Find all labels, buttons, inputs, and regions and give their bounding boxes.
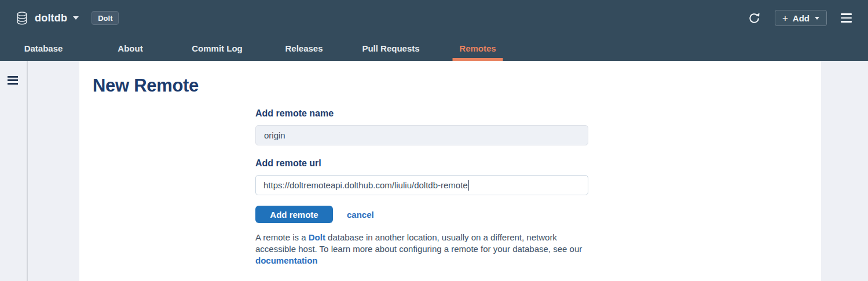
dolt-link[interactable]: Dolt [309, 232, 325, 242]
add-button-label: Add [793, 13, 810, 23]
database-icon [16, 12, 28, 25]
description-text-1: A remote is a [255, 232, 309, 242]
add-remote-button[interactable]: Add remote [255, 206, 333, 223]
page-title: New Remote [93, 75, 199, 96]
plus-icon: + [782, 13, 788, 23]
tab-about[interactable]: About [87, 36, 174, 61]
remote-name-input[interactable] [255, 125, 588, 145]
main-panel: New Remote Add remote name Add remote ur… [79, 61, 821, 281]
tab-pull-requests[interactable]: Pull Requests [347, 36, 434, 61]
refresh-icon[interactable] [748, 12, 761, 25]
tab-remotes[interactable]: Remotes [434, 36, 521, 61]
remote-url-input[interactable]: https://doltremoteapi.dolthub.com/liuliu… [255, 175, 588, 195]
repo-nav: Database About Commit Log Releases Pull … [0, 36, 868, 61]
tab-commit-log[interactable]: Commit Log [174, 36, 261, 61]
cancel-link[interactable]: cancel [347, 210, 374, 220]
remote-description: A remote is a Dolt database in another l… [255, 232, 591, 267]
add-button[interactable]: + Add [775, 10, 827, 26]
database-selector[interactable]: doltdb Dolt [16, 0, 119, 36]
tab-database[interactable]: Database [0, 36, 87, 61]
top-bar-actions: + Add [748, 0, 852, 36]
hamburger-menu-icon[interactable] [841, 13, 852, 23]
top-bar: doltdb Dolt + Add [0, 0, 868, 36]
remote-url-label: Add remote url [255, 158, 321, 169]
remote-url-value: https://doltremoteapi.dolthub.com/liuliu… [263, 180, 468, 190]
form-actions: Add remote cancel [255, 206, 374, 223]
chevron-down-icon [815, 17, 819, 20]
page: doltdb Dolt + Add Database About C [0, 0, 868, 281]
database-name[interactable]: doltdb [35, 12, 67, 24]
tab-releases[interactable]: Releases [261, 36, 347, 61]
left-rail-divider [27, 61, 28, 281]
dolt-badge: Dolt [91, 11, 119, 25]
text-cursor [468, 180, 470, 191]
sidebar-hamburger-icon[interactable] [8, 76, 18, 85]
remote-name-label: Add remote name [255, 108, 334, 119]
chevron-down-icon [73, 16, 79, 20]
documentation-link[interactable]: documentation [255, 256, 318, 265]
